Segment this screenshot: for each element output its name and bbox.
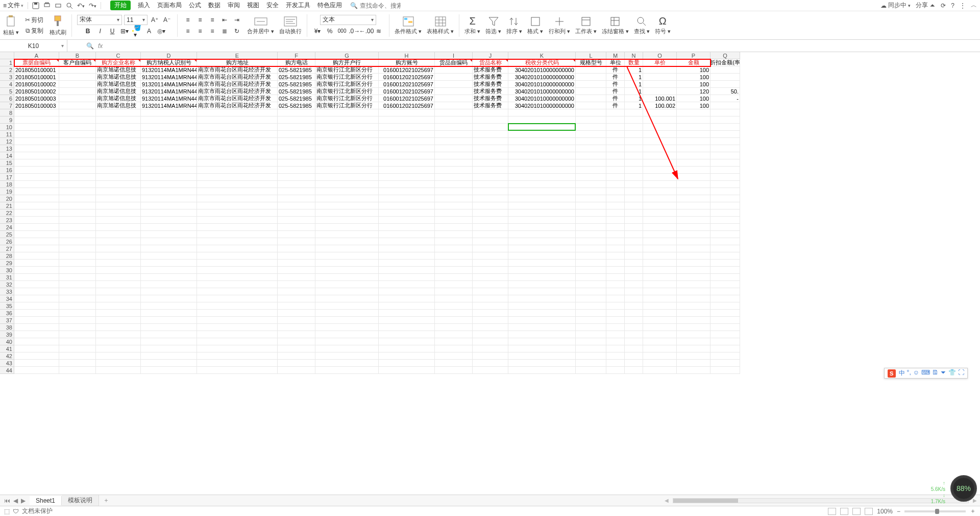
thousands-button[interactable]: 000 bbox=[337, 26, 347, 36]
cell[interactable] bbox=[435, 181, 473, 188]
cell[interactable] bbox=[606, 317, 625, 324]
decrease-font-button[interactable]: A⁻ bbox=[162, 15, 172, 25]
cell[interactable]: 0160012021025697 bbox=[379, 88, 435, 95]
cell[interactable] bbox=[435, 209, 473, 217]
row-header[interactable]: 17 bbox=[0, 174, 14, 181]
ime-button[interactable]: ⏷ bbox=[940, 369, 946, 378]
cell[interactable] bbox=[710, 138, 740, 145]
cell[interactable] bbox=[473, 181, 508, 188]
cell[interactable] bbox=[677, 288, 710, 295]
zoom-slider[interactable] bbox=[904, 510, 966, 512]
cell[interactable] bbox=[197, 260, 278, 267]
cell[interactable] bbox=[677, 181, 710, 188]
cell[interactable] bbox=[473, 302, 508, 310]
cell[interactable] bbox=[473, 353, 508, 360]
cell[interactable]: 025-5821985 bbox=[278, 102, 315, 109]
row-header[interactable]: 33 bbox=[0, 288, 14, 295]
sheet-area[interactable]: ABCDEFGHIJKLMNOPQ1票据自编码客户自编码购方企业名称购方纳税人识… bbox=[0, 52, 980, 495]
cell[interactable] bbox=[141, 152, 197, 159]
cell[interactable] bbox=[508, 353, 576, 360]
cell[interactable] bbox=[606, 124, 625, 131]
row-header[interactable]: 44 bbox=[0, 367, 14, 374]
cell[interactable] bbox=[473, 231, 508, 238]
cell[interactable] bbox=[278, 181, 315, 188]
cell[interactable] bbox=[625, 331, 643, 338]
cell[interactable] bbox=[435, 138, 473, 145]
cell[interactable] bbox=[677, 131, 710, 138]
indent-increase-button[interactable]: ⇥ bbox=[232, 15, 242, 25]
cell[interactable] bbox=[625, 260, 643, 267]
ime-button[interactable]: ☺ bbox=[913, 369, 919, 378]
column-header[interactable]: F bbox=[278, 52, 315, 59]
cell[interactable] bbox=[435, 331, 473, 338]
cell[interactable] bbox=[14, 302, 59, 310]
align-left-button[interactable]: ≡ bbox=[183, 26, 193, 36]
cell[interactable] bbox=[435, 81, 473, 88]
view-normal-button[interactable] bbox=[828, 508, 836, 515]
cell[interactable]: 3040201010000000000 bbox=[508, 81, 576, 88]
cell[interactable] bbox=[606, 353, 625, 360]
cell[interactable] bbox=[96, 245, 141, 252]
cell[interactable]: 购方账号 bbox=[379, 59, 435, 66]
cell[interactable] bbox=[606, 167, 625, 174]
cell[interactable] bbox=[625, 145, 643, 152]
cell[interactable] bbox=[508, 281, 576, 288]
cell[interactable] bbox=[677, 145, 710, 152]
row-header[interactable]: 25 bbox=[0, 231, 14, 238]
cell[interactable] bbox=[278, 231, 315, 238]
column-header[interactable]: J bbox=[473, 52, 508, 59]
cell[interactable] bbox=[197, 217, 278, 224]
cell[interactable] bbox=[576, 317, 606, 324]
row-header[interactable]: 30 bbox=[0, 267, 14, 274]
cell[interactable] bbox=[508, 288, 576, 295]
symbol-button[interactable]: Ω符号 ▾ bbox=[655, 15, 671, 35]
row-header[interactable]: 3 bbox=[0, 74, 14, 81]
cell[interactable] bbox=[643, 188, 677, 195]
sheet-tab-inactive[interactable]: 模板说明 bbox=[62, 495, 99, 506]
cell[interactable]: 货品自编码 bbox=[435, 59, 473, 66]
cell[interactable] bbox=[197, 324, 278, 331]
cell[interactable] bbox=[14, 231, 59, 238]
cell[interactable] bbox=[59, 367, 96, 374]
worksheet-button[interactable]: 工作表 ▾ bbox=[575, 16, 597, 35]
cell[interactable] bbox=[315, 181, 379, 188]
row-header[interactable]: 9 bbox=[0, 116, 14, 124]
cell[interactable] bbox=[643, 324, 677, 331]
cell[interactable] bbox=[96, 324, 141, 331]
cell[interactable] bbox=[59, 345, 96, 353]
cut-button[interactable]: ✂剪切 bbox=[24, 15, 44, 25]
cell[interactable]: 票据自编码 bbox=[14, 59, 59, 66]
cell[interactable] bbox=[677, 324, 710, 331]
cell[interactable] bbox=[508, 202, 576, 209]
cell[interactable]: 2018050100003 bbox=[14, 102, 59, 109]
cell[interactable] bbox=[197, 367, 278, 374]
cell[interactable] bbox=[435, 195, 473, 202]
cell[interactable] bbox=[59, 353, 96, 360]
cell[interactable] bbox=[473, 317, 508, 324]
cell[interactable]: 100.002 bbox=[643, 102, 677, 109]
cell[interactable] bbox=[606, 138, 625, 145]
cell[interactable] bbox=[315, 238, 379, 245]
cell[interactable] bbox=[141, 217, 197, 224]
cell[interactable] bbox=[508, 224, 576, 231]
cell[interactable] bbox=[508, 338, 576, 345]
cell[interactable] bbox=[197, 245, 278, 252]
cell[interactable] bbox=[643, 331, 677, 338]
underline-button[interactable]: U bbox=[107, 26, 117, 36]
cell[interactable] bbox=[576, 238, 606, 245]
collapse-ribbon-icon[interactable]: ︿ bbox=[971, 1, 977, 10]
cell[interactable] bbox=[278, 145, 315, 152]
cell[interactable]: 100 bbox=[677, 95, 710, 102]
sheet-tab-active[interactable]: Sheet1 bbox=[30, 496, 62, 505]
cell[interactable] bbox=[576, 74, 606, 81]
cell[interactable] bbox=[379, 124, 435, 131]
cell[interactable] bbox=[278, 317, 315, 324]
cell[interactable] bbox=[710, 245, 740, 252]
fill-color-button[interactable]: 🪣▾ bbox=[132, 26, 142, 36]
ime-button[interactable]: ⛶ bbox=[958, 369, 964, 378]
cell[interactable] bbox=[96, 131, 141, 138]
formula-input[interactable] bbox=[103, 42, 980, 50]
cell[interactable] bbox=[141, 138, 197, 145]
cell[interactable] bbox=[435, 360, 473, 367]
cell[interactable] bbox=[508, 145, 576, 152]
